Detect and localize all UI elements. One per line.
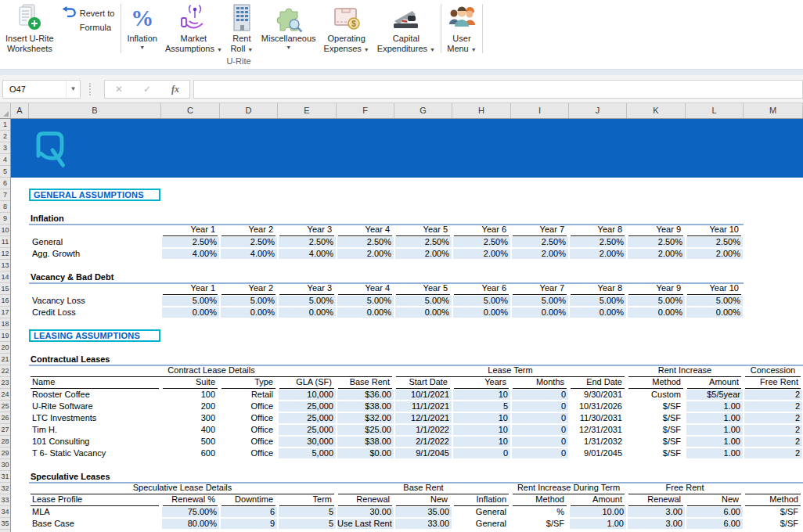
data-cell[interactable]: 2.00%: [512, 249, 568, 259]
column-header-C[interactable]: C: [161, 103, 220, 118]
data-cell[interactable]: 5.00%: [512, 296, 568, 306]
data-cell[interactable]: 0: [512, 413, 568, 423]
data-cell[interactable]: Office: [221, 412, 275, 424]
data-cell[interactable]: 5.00%: [162, 296, 219, 306]
data-cell[interactable]: 1.00: [570, 519, 626, 529]
data-cell[interactable]: 2.50%: [162, 237, 219, 247]
data-cell[interactable]: 4.00%: [221, 249, 277, 259]
data-cell[interactable]: 1.00: [686, 401, 743, 412]
name-box-dropdown-icon[interactable]: ▼: [66, 81, 80, 98]
insert-u-rite-worksheets-button[interactable]: Insert U-RiteWorksheets: [2, 2, 58, 55]
data-cell[interactable]: 100: [163, 389, 218, 401]
lease-name-cell[interactable]: Base Case: [31, 518, 159, 530]
data-cell[interactable]: 600: [163, 448, 218, 459]
row-header-35[interactable]: 35: [0, 518, 10, 530]
data-cell[interactable]: 1.00: [686, 413, 743, 423]
column-header-K[interactable]: K: [627, 103, 686, 118]
row-header-26[interactable]: 26: [0, 412, 10, 424]
data-cell[interactable]: 0: [512, 448, 568, 458]
data-cell[interactable]: 0.00%: [453, 307, 510, 318]
revert-to-formula-button[interactable]: Revert to Formula: [58, 2, 120, 34]
data-cell[interactable]: $38.00: [337, 437, 394, 447]
data-cell[interactable]: 10: [453, 437, 510, 447]
data-cell[interactable]: 2.50%: [686, 237, 743, 247]
data-cell[interactable]: 2: [744, 425, 802, 435]
data-cell[interactable]: 1/31/2032: [571, 436, 625, 448]
data-cell[interactable]: 2.00%: [395, 249, 452, 259]
data-cell[interactable]: 4.00%: [162, 249, 219, 259]
data-cell[interactable]: 0.00%: [686, 307, 743, 318]
data-cell[interactable]: 25,000: [279, 413, 336, 423]
data-cell[interactable]: 33.00: [395, 519, 452, 529]
row-header-33[interactable]: 33: [0, 494, 10, 506]
data-cell[interactable]: 10,000: [279, 390, 336, 400]
row-header-4[interactable]: 4: [0, 154, 10, 166]
lease-name-cell[interactable]: LTC Investments: [31, 412, 159, 424]
data-cell[interactable]: 0: [512, 390, 568, 400]
column-header-M[interactable]: M: [744, 103, 803, 118]
data-cell[interactable]: 6: [221, 507, 277, 517]
data-cell[interactable]: 2.50%: [395, 237, 452, 247]
row-header-30[interactable]: 30: [0, 459, 10, 471]
data-cell[interactable]: 10: [453, 425, 510, 435]
data-cell[interactable]: Retail: [221, 389, 275, 401]
data-cell[interactable]: $/SF: [628, 436, 683, 448]
data-cell[interactable]: %: [513, 506, 567, 518]
data-cell[interactable]: $/SF: [628, 401, 683, 412]
data-cell[interactable]: 1.00: [686, 437, 743, 447]
data-cell[interactable]: 0: [512, 425, 568, 435]
data-cell[interactable]: 0: [453, 448, 510, 458]
data-cell[interactable]: 300: [163, 412, 218, 424]
data-cell[interactable]: 12/31/2031: [571, 424, 625, 436]
enter-icon[interactable]: ✓: [133, 81, 161, 98]
row-header-25[interactable]: 25: [0, 401, 10, 412]
row-header-29[interactable]: 29: [0, 448, 10, 459]
data-cell[interactable]: 35.00: [395, 507, 452, 517]
row-header-13[interactable]: 13: [0, 260, 10, 271]
row-header-20[interactable]: 20: [0, 342, 10, 354]
data-cell[interactable]: $/SF: [628, 424, 683, 436]
data-cell[interactable]: 10/1/2021: [395, 390, 452, 400]
data-cell[interactable]: Office: [221, 448, 275, 459]
column-header-E[interactable]: E: [278, 103, 337, 118]
select-all-button[interactable]: [0, 103, 11, 118]
data-cell[interactable]: 400: [163, 424, 218, 436]
row-header-6[interactable]: 6: [0, 178, 10, 189]
data-cell[interactable]: Office: [221, 436, 275, 448]
market-assumptions-button[interactable]: MarketAssumptions▼: [161, 2, 226, 55]
data-cell[interactable]: 0.00%: [512, 307, 568, 318]
inflation-button[interactable]: % Inflation ▼: [123, 2, 161, 52]
data-cell[interactable]: 200: [163, 401, 218, 412]
data-cell[interactable]: 9/01/2045: [571, 448, 625, 459]
data-cell[interactable]: 500: [163, 436, 218, 448]
data-cell[interactable]: General: [454, 518, 509, 530]
data-cell[interactable]: 2.50%: [221, 237, 277, 247]
name-box[interactable]: O47 ▼: [2, 80, 81, 99]
data-cell[interactable]: 3.00: [628, 507, 685, 517]
column-header-I[interactable]: I: [511, 103, 569, 118]
user-menu-button[interactable]: UserMenu▼: [443, 2, 481, 55]
row-header-5[interactable]: 5: [0, 166, 10, 178]
row-header-16[interactable]: 16: [0, 295, 10, 307]
data-cell[interactable]: 75.00%: [162, 507, 219, 517]
data-cell[interactable]: $/SF: [745, 518, 801, 530]
rent-roll-button[interactable]: RentRoll▼: [226, 2, 257, 55]
lease-name-cell[interactable]: MLA: [31, 506, 159, 518]
column-header-B[interactable]: B: [29, 103, 161, 118]
data-cell[interactable]: 0.00%: [628, 307, 685, 318]
row-header-2[interactable]: 2: [0, 131, 10, 142]
data-cell[interactable]: 11/1/2021: [395, 401, 452, 412]
row-header-21[interactable]: 21: [0, 354, 10, 365]
data-cell[interactable]: 5.00%: [279, 296, 336, 306]
column-header-A[interactable]: A: [11, 103, 29, 118]
operating-expenses-button[interactable]: $ OperatingExpenses▼: [320, 2, 373, 55]
lease-name-cell[interactable]: Tim H.: [31, 424, 159, 436]
data-cell[interactable]: 9/1/2045: [395, 448, 452, 458]
data-cell[interactable]: 12/1/2021: [395, 413, 452, 423]
lease-name-cell[interactable]: 101 Consulting: [31, 436, 159, 448]
data-cell[interactable]: 1.00: [686, 425, 743, 435]
column-header-J[interactable]: J: [569, 103, 627, 118]
row-header-14[interactable]: 14: [0, 271, 10, 283]
data-cell[interactable]: $/SF: [513, 518, 567, 530]
data-cell[interactable]: 0.00%: [337, 307, 394, 318]
